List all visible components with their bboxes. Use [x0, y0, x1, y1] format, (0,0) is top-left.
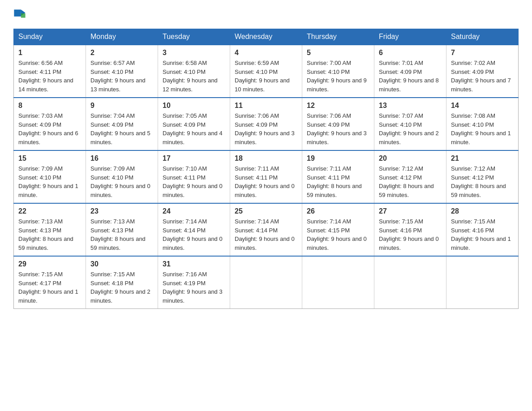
day-info: Sunrise: 7:15 AMSunset: 4:17 PMDaylight:… — [18, 270, 81, 305]
day-info: Sunrise: 7:12 AMSunset: 4:12 PMDaylight:… — [451, 164, 514, 199]
day-number: 9 — [90, 102, 153, 110]
day-number: 29 — [18, 260, 81, 268]
day-number: 19 — [307, 154, 369, 163]
day-number: 31 — [163, 260, 225, 268]
weekday-header-tuesday: Tuesday — [158, 29, 230, 45]
page-header — [13, 9, 519, 21]
day-number: 15 — [18, 154, 81, 163]
day-info: Sunrise: 7:00 AMSunset: 4:10 PMDaylight:… — [307, 59, 369, 94]
calendar-cell: 5 Sunrise: 7:00 AMSunset: 4:10 PMDayligh… — [302, 45, 374, 98]
calendar-cell: 28 Sunrise: 7:15 AMSunset: 4:16 PMDaylig… — [446, 203, 519, 256]
day-info: Sunrise: 6:59 AMSunset: 4:10 PMDaylight:… — [235, 59, 297, 94]
calendar-cell: 23 Sunrise: 7:13 AMSunset: 4:13 PMDaylig… — [86, 203, 158, 256]
day-number: 13 — [379, 102, 442, 110]
calendar-body: 1 Sunrise: 6:56 AMSunset: 4:11 PMDayligh… — [14, 45, 519, 309]
day-number: 25 — [235, 207, 297, 215]
calendar-cell: 31 Sunrise: 7:16 AMSunset: 4:19 PMDaylig… — [158, 256, 230, 309]
day-number: 22 — [18, 207, 81, 215]
weekday-header-saturday: Saturday — [446, 29, 519, 45]
calendar-week-5: 29 Sunrise: 7:15 AMSunset: 4:17 PMDaylig… — [14, 256, 519, 309]
calendar-cell — [374, 256, 446, 309]
day-number: 2 — [90, 49, 153, 57]
calendar-cell: 7 Sunrise: 7:02 AMSunset: 4:09 PMDayligh… — [446, 45, 519, 98]
day-info: Sunrise: 7:13 AMSunset: 4:13 PMDaylight:… — [90, 217, 153, 252]
day-number: 28 — [451, 207, 514, 215]
day-number: 11 — [235, 102, 297, 110]
day-info: Sunrise: 7:02 AMSunset: 4:09 PMDaylight:… — [451, 59, 514, 94]
svg-marker-2 — [21, 13, 26, 18]
day-info: Sunrise: 6:57 AMSunset: 4:10 PMDaylight:… — [90, 59, 153, 94]
day-info: Sunrise: 7:11 AMSunset: 4:11 PMDaylight:… — [235, 164, 297, 199]
weekday-header-thursday: Thursday — [302, 29, 374, 45]
calendar-cell: 27 Sunrise: 7:15 AMSunset: 4:16 PMDaylig… — [374, 203, 446, 256]
calendar-header: SundayMondayTuesdayWednesdayThursdayFrid… — [14, 29, 519, 45]
day-number: 7 — [451, 49, 514, 57]
calendar-cell: 2 Sunrise: 6:57 AMSunset: 4:10 PMDayligh… — [86, 45, 158, 98]
day-info: Sunrise: 7:13 AMSunset: 4:13 PMDaylight:… — [18, 217, 81, 252]
calendar-cell: 10 Sunrise: 7:05 AMSunset: 4:09 PMDaylig… — [158, 98, 230, 150]
day-number: 8 — [18, 102, 81, 110]
calendar-cell: 20 Sunrise: 7:12 AMSunset: 4:12 PMDaylig… — [374, 150, 446, 203]
calendar-week-2: 8 Sunrise: 7:03 AMSunset: 4:09 PMDayligh… — [14, 98, 519, 150]
calendar-cell: 14 Sunrise: 7:08 AMSunset: 4:10 PMDaylig… — [446, 98, 519, 150]
calendar-cell: 4 Sunrise: 6:59 AMSunset: 4:10 PMDayligh… — [230, 45, 302, 98]
day-info: Sunrise: 7:10 AMSunset: 4:11 PMDaylight:… — [163, 164, 225, 199]
calendar-cell: 11 Sunrise: 7:06 AMSunset: 4:09 PMDaylig… — [230, 98, 302, 150]
calendar-cell: 16 Sunrise: 7:09 AMSunset: 4:10 PMDaylig… — [86, 150, 158, 203]
calendar-week-1: 1 Sunrise: 6:56 AMSunset: 4:11 PMDayligh… — [14, 45, 519, 98]
calendar-cell: 18 Sunrise: 7:11 AMSunset: 4:11 PMDaylig… — [230, 150, 302, 203]
calendar-cell — [302, 256, 374, 309]
calendar-table: SundayMondayTuesdayWednesdayThursdayFrid… — [13, 29, 519, 309]
day-number: 1 — [18, 49, 81, 57]
svg-rect-0 — [14, 9, 21, 16]
calendar-cell: 12 Sunrise: 7:06 AMSunset: 4:09 PMDaylig… — [302, 98, 374, 150]
day-number: 21 — [451, 154, 514, 163]
day-info: Sunrise: 7:04 AMSunset: 4:09 PMDaylight:… — [90, 111, 153, 146]
calendar-cell: 6 Sunrise: 7:01 AMSunset: 4:09 PMDayligh… — [374, 45, 446, 98]
day-number: 6 — [379, 49, 442, 57]
calendar-cell: 30 Sunrise: 7:15 AMSunset: 4:18 PMDaylig… — [86, 256, 158, 309]
day-info: Sunrise: 7:12 AMSunset: 4:12 PMDaylight:… — [379, 164, 442, 199]
day-number: 23 — [90, 207, 153, 215]
day-info: Sunrise: 7:09 AMSunset: 4:10 PMDaylight:… — [90, 164, 153, 199]
day-number: 10 — [163, 102, 225, 110]
day-number: 18 — [235, 154, 297, 163]
day-info: Sunrise: 7:06 AMSunset: 4:09 PMDaylight:… — [235, 111, 297, 146]
day-info: Sunrise: 7:08 AMSunset: 4:10 PMDaylight:… — [451, 111, 514, 146]
day-number: 26 — [307, 207, 369, 215]
weekday-header-row: SundayMondayTuesdayWednesdayThursdayFrid… — [14, 29, 519, 45]
day-info: Sunrise: 7:03 AMSunset: 4:09 PMDaylight:… — [18, 111, 81, 146]
calendar-cell: 22 Sunrise: 7:13 AMSunset: 4:13 PMDaylig… — [14, 203, 86, 256]
day-number: 20 — [379, 154, 442, 163]
day-number: 5 — [307, 49, 369, 57]
calendar-cell: 29 Sunrise: 7:15 AMSunset: 4:17 PMDaylig… — [14, 256, 86, 309]
day-info: Sunrise: 7:11 AMSunset: 4:11 PMDaylight:… — [307, 164, 369, 199]
day-info: Sunrise: 6:56 AMSunset: 4:11 PMDaylight:… — [18, 59, 81, 94]
calendar-cell: 1 Sunrise: 6:56 AMSunset: 4:11 PMDayligh… — [14, 45, 86, 98]
day-info: Sunrise: 7:15 AMSunset: 4:16 PMDaylight:… — [379, 217, 442, 252]
day-info: Sunrise: 7:09 AMSunset: 4:10 PMDaylight:… — [18, 164, 81, 199]
day-info: Sunrise: 7:06 AMSunset: 4:09 PMDaylight:… — [307, 111, 369, 146]
logo-icon — [13, 9, 26, 21]
day-info: Sunrise: 7:15 AMSunset: 4:16 PMDaylight:… — [451, 217, 514, 252]
calendar-cell: 3 Sunrise: 6:58 AMSunset: 4:10 PMDayligh… — [158, 45, 230, 98]
calendar-cell: 25 Sunrise: 7:14 AMSunset: 4:14 PMDaylig… — [230, 203, 302, 256]
calendar-cell — [446, 256, 519, 309]
weekday-header-wednesday: Wednesday — [230, 29, 302, 45]
day-info: Sunrise: 7:14 AMSunset: 4:14 PMDaylight:… — [235, 217, 297, 252]
calendar-cell: 13 Sunrise: 7:07 AMSunset: 4:10 PMDaylig… — [374, 98, 446, 150]
calendar-cell: 19 Sunrise: 7:11 AMSunset: 4:11 PMDaylig… — [302, 150, 374, 203]
calendar-cell — [230, 256, 302, 309]
day-number: 27 — [379, 207, 442, 215]
logo — [13, 9, 27, 21]
weekday-header-sunday: Sunday — [14, 29, 86, 45]
weekday-header-friday: Friday — [374, 29, 446, 45]
day-info: Sunrise: 7:07 AMSunset: 4:10 PMDaylight:… — [379, 111, 442, 146]
day-number: 3 — [163, 49, 225, 57]
day-info: Sunrise: 7:05 AMSunset: 4:09 PMDaylight:… — [163, 111, 225, 146]
day-number: 12 — [307, 102, 369, 110]
day-number: 17 — [163, 154, 225, 163]
day-info: Sunrise: 7:16 AMSunset: 4:19 PMDaylight:… — [163, 270, 225, 305]
day-info: Sunrise: 7:01 AMSunset: 4:09 PMDaylight:… — [379, 59, 442, 94]
calendar-week-3: 15 Sunrise: 7:09 AMSunset: 4:10 PMDaylig… — [14, 150, 519, 203]
